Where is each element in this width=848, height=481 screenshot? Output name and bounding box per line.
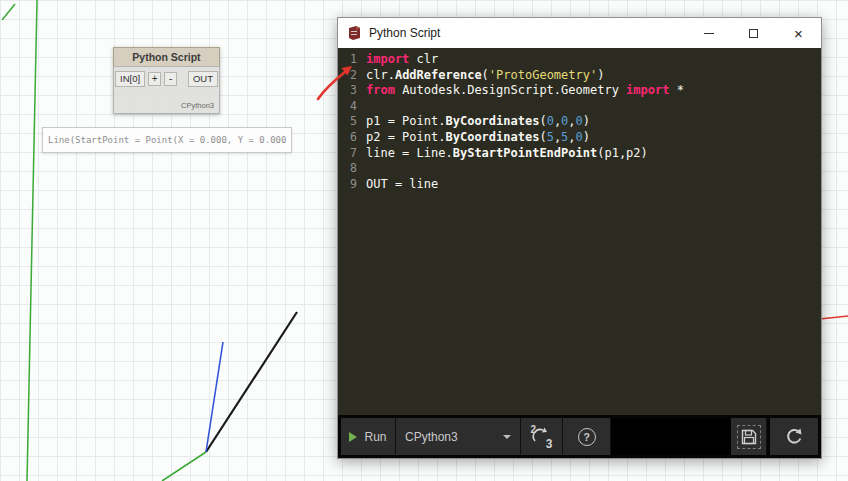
editor-toolbar: Run CPython3 2 3 ?: [338, 415, 821, 458]
y-axis-segment: [162, 452, 206, 481]
node-engine-label: CPython3: [114, 101, 219, 113]
minimize-button[interactable]: [686, 18, 731, 48]
y-axis-line: [27, 0, 37, 481]
code-editor[interactable]: 1import clr2clr.AddReference('ProtoGeome…: [338, 48, 821, 415]
play-icon: [349, 432, 357, 442]
revert-button[interactable]: [770, 418, 818, 455]
help-button[interactable]: ?: [563, 418, 611, 455]
code-lines: 1import clr2clr.AddReference('ProtoGeome…: [344, 52, 821, 192]
python-2to3-migration-button[interactable]: 2 3: [521, 418, 563, 455]
run-label: Run: [364, 430, 386, 444]
code-line: 4: [344, 99, 821, 115]
python-editor-window: Python Script × 1import clr2clr.AddRefer…: [337, 17, 822, 459]
code-line: 3from Autodesk.DesignScript.Geometry imp…: [344, 83, 821, 99]
engine-dropdown[interactable]: CPython3: [396, 418, 521, 455]
corner-axis-line: [2, 4, 15, 20]
node-header[interactable]: Python Script: [113, 47, 220, 66]
code-line: 1import clr: [344, 52, 821, 68]
maximize-icon: [749, 29, 758, 38]
python-script-icon: [347, 25, 362, 41]
x-axis-line: [820, 316, 848, 319]
help-icon: ?: [578, 428, 596, 446]
python-script-node[interactable]: Python Script IN[0] + - OUT CPython3: [113, 47, 220, 114]
geometry-preview-tooltip: Line(StartPoint = Point(X = 0.000, Y = 0…: [42, 127, 292, 153]
titlebar[interactable]: Python Script ×: [338, 18, 821, 48]
add-input-button[interactable]: +: [148, 72, 161, 86]
z-axis-segment: [206, 342, 223, 452]
output-port[interactable]: OUT: [188, 71, 218, 87]
geometry-line: [206, 312, 297, 452]
toolbar-spacer: [611, 418, 731, 455]
engine-value: CPython3: [405, 430, 458, 444]
code-line: 7line = Line.ByStartPointEndPoint(p1,p2): [344, 146, 821, 162]
run-button[interactable]: Run: [341, 418, 396, 455]
save-button[interactable]: [731, 418, 767, 455]
chevron-down-icon: [503, 435, 511, 439]
window-title: Python Script: [369, 26, 440, 40]
code-line: 2clr.AddReference('ProtoGeometry'): [344, 68, 821, 84]
node-body: IN[0] + - OUT CPython3: [113, 66, 220, 114]
remove-input-button[interactable]: -: [164, 72, 177, 86]
maximize-button[interactable]: [731, 18, 776, 48]
revert-icon: [784, 427, 804, 447]
close-icon: ×: [794, 26, 803, 41]
code-line: 6p2 = Point.ByCoordinates(5,5,0): [344, 130, 821, 146]
code-line: 5p1 = Point.ByCoordinates(0,0,0): [344, 114, 821, 130]
code-line: 9OUT = line: [344, 177, 821, 193]
close-button[interactable]: ×: [776, 18, 821, 48]
code-line: 8: [344, 161, 821, 177]
input-port[interactable]: IN[0]: [115, 71, 145, 87]
save-icon: [740, 428, 758, 446]
python-2to3-icon: 2 3: [531, 425, 553, 449]
minimize-icon: [704, 33, 714, 34]
